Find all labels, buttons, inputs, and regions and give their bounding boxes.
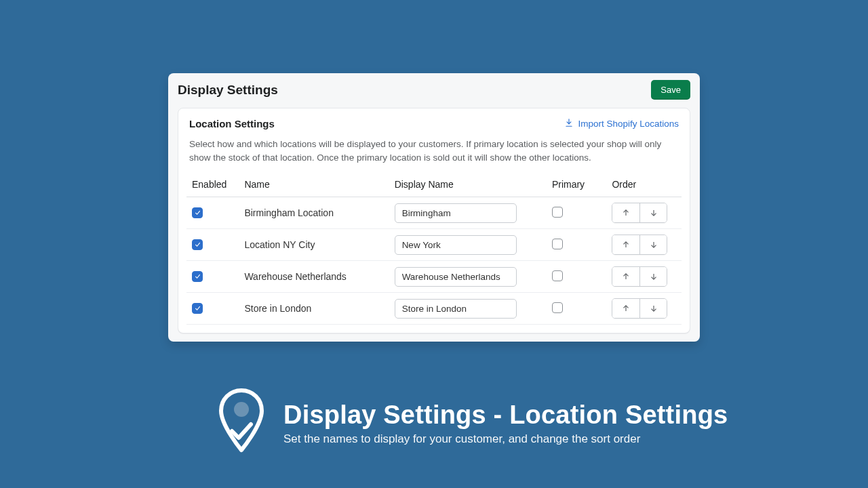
footer-brand: Display Settings - Location Settings Set… (217, 386, 728, 460)
locations-table: Enabled Name Display Name Primary Order … (186, 172, 682, 325)
card-header: Location Settings Import Shopify Locatio… (178, 108, 690, 132)
card-description: Select how and which locations will be d… (178, 132, 690, 172)
move-up-button[interactable] (612, 235, 639, 254)
location-name: Location NY City (239, 229, 389, 261)
enabled-checkbox[interactable] (192, 303, 203, 314)
footer-title: Display Settings - Location Settings (283, 401, 728, 430)
move-up-button[interactable] (612, 299, 639, 318)
move-up-button[interactable] (612, 267, 639, 286)
location-name: Birmingham Location (239, 197, 389, 229)
app-logo-icon (217, 386, 266, 460)
table-row: Store in London (186, 293, 682, 325)
col-name: Name (239, 172, 389, 197)
move-down-button[interactable] (639, 203, 667, 222)
col-enabled: Enabled (186, 172, 239, 197)
order-controls (612, 266, 667, 287)
location-name: Warehouse Netherlands (239, 261, 389, 293)
location-settings-card: Location Settings Import Shopify Locatio… (178, 108, 690, 333)
card-title: Location Settings (189, 118, 275, 129)
move-down-button[interactable] (639, 299, 667, 318)
table-row: Birmingham Location (186, 197, 682, 229)
order-controls (612, 203, 667, 223)
save-button[interactable]: Save (651, 80, 690, 100)
display-name-input[interactable] (395, 235, 517, 255)
col-primary: Primary (547, 172, 606, 197)
enabled-checkbox[interactable] (192, 239, 203, 250)
page-title: Display Settings (178, 83, 278, 98)
download-icon (564, 118, 574, 129)
display-name-input[interactable] (395, 267, 517, 287)
display-name-input[interactable] (395, 299, 517, 319)
svg-point-0 (234, 402, 249, 417)
display-name-input[interactable] (395, 203, 517, 223)
footer-text: Display Settings - Location Settings Set… (283, 401, 728, 446)
import-locations-link[interactable]: Import Shopify Locations (564, 118, 679, 129)
settings-window: Display Settings Save Location Settings … (168, 73, 700, 342)
header-bar: Display Settings Save (168, 73, 700, 104)
primary-checkbox[interactable] (552, 270, 563, 281)
table-row: Warehouse Netherlands (186, 261, 682, 293)
location-name: Store in London (239, 293, 389, 325)
move-down-button[interactable] (639, 235, 667, 254)
import-link-label: Import Shopify Locations (578, 119, 679, 129)
enabled-checkbox[interactable] (192, 271, 203, 282)
footer-subtitle: Set the names to display for your custom… (283, 432, 728, 446)
primary-checkbox[interactable] (552, 207, 563, 218)
move-up-button[interactable] (612, 203, 639, 222)
col-display: Display Name (389, 172, 547, 197)
move-down-button[interactable] (639, 267, 667, 286)
order-controls (612, 298, 667, 319)
table-row: Location NY City (186, 229, 682, 261)
primary-checkbox[interactable] (552, 302, 563, 313)
order-controls (612, 235, 667, 255)
col-order: Order (606, 172, 682, 197)
primary-checkbox[interactable] (552, 239, 563, 249)
enabled-checkbox[interactable] (192, 207, 203, 218)
